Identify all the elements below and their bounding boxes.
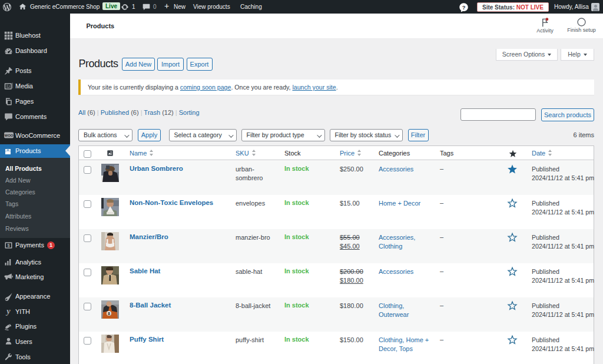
svg-text:?: ? — [462, 4, 466, 10]
svg-text:8: 8 — [108, 312, 110, 316]
svg-text:WOO: WOO — [4, 134, 13, 137]
svg-text:$: $ — [7, 243, 10, 248]
svg-text:y: y — [5, 307, 11, 316]
